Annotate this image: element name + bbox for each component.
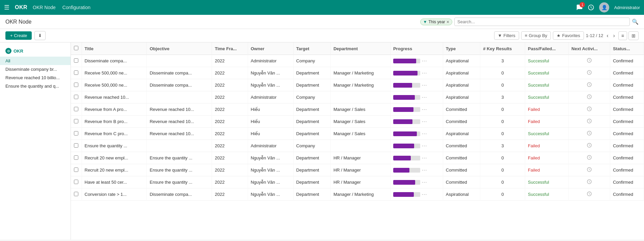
row-type: Aspirational [443, 91, 480, 103]
filter-tag-close[interactable]: × [447, 20, 449, 24]
progress-bar-fill [393, 95, 415, 100]
list-view-button[interactable]: ≡ [618, 31, 627, 40]
row-department: HR / Manager [330, 164, 390, 176]
row-next-activity[interactable] [569, 103, 610, 116]
row-target: Company [293, 91, 330, 103]
nav-okr-node[interactable]: OKR Node [33, 5, 56, 10]
filters-button[interactable]: ▼ Filters [494, 31, 519, 40]
groupby-button[interactable]: ≡ Group By [521, 31, 551, 40]
row-progress: ⋯ [390, 116, 443, 128]
sidebar-item-ensure[interactable]: Ensure the quantity and q... [0, 82, 71, 90]
progress-bar-fill [393, 131, 417, 136]
row-department: HR / Manager [330, 176, 390, 188]
row-timeframe: 2022 [212, 176, 248, 188]
download-button[interactable]: ⬇ [34, 31, 46, 40]
pager-next[interactable]: › [612, 32, 616, 39]
progress-more-icon[interactable]: ⋯ [422, 58, 427, 64]
row-checkbox[interactable] [74, 180, 78, 184]
search-button[interactable]: 🔍 [632, 19, 639, 25]
sidebar-item-all[interactable]: All [0, 57, 71, 65]
row-target: Department [293, 116, 330, 128]
row-next-activity[interactable] [569, 176, 610, 188]
row-next-activity[interactable] [569, 67, 610, 79]
row-checkbox[interactable] [74, 192, 78, 196]
table-row: Revenue from A pro...Revenue reached 10.… [71, 103, 644, 116]
row-progress: ⋯ [390, 128, 443, 140]
table-row: Ensure the quantity ...2022Administrator… [71, 140, 644, 152]
row-next-activity[interactable] [569, 128, 610, 140]
menu-icon[interactable]: ☰ [4, 4, 9, 11]
row-title: Revenue reached 10... [82, 91, 147, 103]
main-layout: ⊙ OKR All Disseminate company br... Reve… [0, 42, 644, 240]
table-header-row: Title Objective Time Fra... Owner Target… [71, 42, 644, 55]
row-timeframe: 2022 [212, 67, 248, 79]
clock-icon[interactable] [588, 4, 594, 11]
progress-more-icon[interactable]: ⋯ [422, 155, 427, 161]
row-progress: ⋯ [390, 152, 443, 164]
row-checkbox[interactable] [74, 107, 78, 111]
tree-view-button[interactable]: ⊞ [628, 31, 639, 40]
row-key-results: 0 [480, 128, 525, 140]
row-next-activity[interactable] [569, 140, 610, 152]
row-checkbox[interactable] [74, 70, 78, 75]
row-next-activity[interactable] [569, 188, 610, 201]
row-checkbox[interactable] [74, 131, 78, 135]
select-all-checkbox[interactable] [74, 46, 78, 50]
row-title: Ensure the quantity ... [82, 140, 147, 152]
progress-more-icon[interactable]: ⋯ [422, 94, 427, 100]
progress-more-icon[interactable]: ⋯ [422, 118, 427, 125]
sidebar-item-revenue[interactable]: Revenue reached 10 billio... [0, 73, 71, 82]
progress-more-icon[interactable]: ⋯ [422, 143, 427, 149]
row-title: Revenue from C pro... [82, 128, 147, 140]
row-checkbox[interactable] [74, 83, 78, 87]
row-next-activity[interactable] [569, 116, 610, 128]
row-objective [147, 91, 212, 103]
row-checkbox[interactable] [74, 95, 78, 99]
row-objective: Revenue reached 10... [147, 103, 212, 116]
pager-prev[interactable]: ‹ [605, 32, 610, 39]
create-button[interactable]: + Create [5, 31, 32, 40]
row-next-activity[interactable] [569, 152, 610, 164]
header-department: Department [330, 42, 390, 55]
row-key-results: 0 [480, 67, 525, 79]
sidebar-okr-label: OKR [14, 49, 23, 54]
row-department: Manager / Sales [330, 103, 390, 116]
nav-configuration[interactable]: Configuration [62, 5, 90, 10]
header-objective: Objective [147, 42, 212, 55]
row-checkbox[interactable] [74, 155, 78, 160]
header-pass-failed: Pass/Failed... [525, 42, 568, 55]
row-next-activity[interactable] [569, 55, 610, 67]
table-container: Title Objective Time Fra... Owner Target… [71, 42, 644, 240]
row-checkbox-cell [71, 176, 82, 188]
row-checkbox[interactable] [74, 58, 78, 63]
row-next-activity[interactable] [569, 164, 610, 176]
sidebar-item-disseminate[interactable]: Disseminate company br... [0, 65, 71, 73]
row-checkbox[interactable] [74, 119, 78, 123]
progress-more-icon[interactable]: ⋯ [422, 191, 427, 198]
filter-icon: ▼ [498, 33, 502, 38]
progress-more-icon[interactable]: ⋯ [422, 82, 427, 88]
username-label[interactable]: Administrator [614, 5, 640, 10]
row-next-activity[interactable] [569, 91, 610, 103]
table-row: Recruit 20 new empl...Ensure the quantit… [71, 152, 644, 164]
row-checkbox[interactable] [74, 143, 78, 148]
row-target: Department [293, 79, 330, 91]
okr-table: Title Objective Time Fra... Owner Target… [71, 42, 644, 201]
row-progress: ⋯ [390, 79, 443, 91]
favorites-button[interactable]: ★ Favorites [553, 31, 584, 40]
progress-bar-fill [393, 180, 415, 185]
row-type: Aspirational [443, 128, 480, 140]
progress-more-icon[interactable]: ⋯ [422, 179, 427, 185]
row-checkbox[interactable] [74, 168, 78, 172]
row-key-results: 3 [480, 91, 525, 103]
progress-more-icon[interactable]: ⋯ [422, 70, 427, 76]
table-row: Receive 500,000 ne...Disseminate compa..… [71, 67, 644, 79]
row-next-activity[interactable] [569, 79, 610, 91]
row-timeframe: 2022 [212, 79, 248, 91]
progress-more-icon[interactable]: ⋯ [422, 167, 427, 173]
avatar[interactable]: 👤 [599, 2, 609, 12]
search-input[interactable] [454, 18, 630, 26]
progress-more-icon[interactable]: ⋯ [422, 106, 427, 113]
chat-icon[interactable]: 1 [576, 4, 583, 11]
progress-more-icon[interactable]: ⋯ [422, 130, 427, 137]
